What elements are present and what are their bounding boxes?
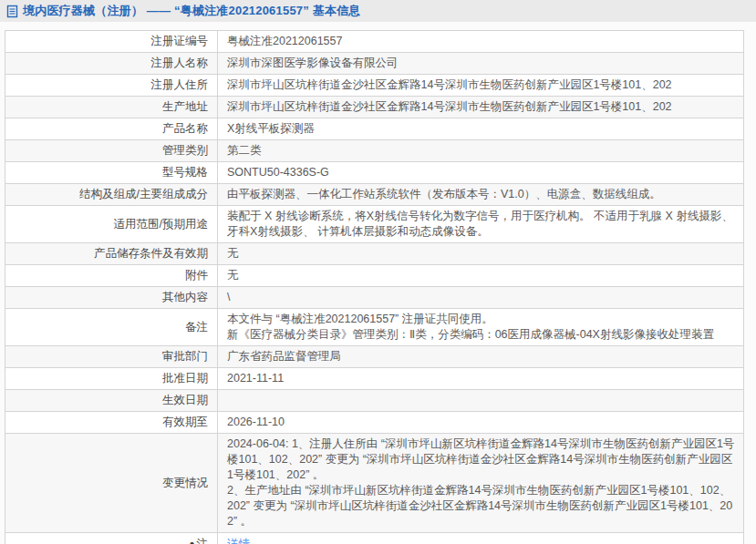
row-label: 注册证编号 bbox=[5, 31, 218, 53]
note-icon: ● bbox=[189, 536, 194, 544]
table-row: 管理类别 第二类 bbox=[5, 140, 744, 162]
table-row: 其他内容 \ bbox=[5, 287, 744, 309]
row-label: 生产地址 bbox=[5, 97, 218, 118]
change-record-line-1: 2024-06-04: 1、注册人住所由 “深圳市坪山新区坑梓街道金辉路14号深… bbox=[227, 436, 736, 483]
row-label: 审批部门 bbox=[5, 346, 218, 368]
table-row: 变更情况 2024-06-04: 1、注册人住所由 “深圳市坪山新区坑梓街道金辉… bbox=[5, 434, 744, 533]
row-value: 2021-11-11 bbox=[218, 368, 744, 390]
row-value: 由平板探测器、一体化工作站系统软件（发布版本号：V1.0）、电源盒、数据线组成。 bbox=[218, 184, 744, 206]
row-value: SONTU50-4336S-G bbox=[218, 162, 744, 184]
row-value: 装配于 X 射线诊断系统，将X射线信号转化为数字信号，用于医疗机构。 不适用于乳… bbox=[218, 206, 744, 243]
page-header: 境内医疗器械（注册） —— “粤械注准20212061557” 基本信息 bbox=[0, 0, 756, 22]
row-value bbox=[218, 390, 744, 412]
row-value: 第二类 bbox=[218, 140, 744, 162]
table-row: 有效期至 2026-11-10 bbox=[5, 412, 744, 434]
table-row: 批准日期 2021-11-11 bbox=[5, 368, 744, 390]
row-value: 本文件与 “粤械注准20212061557” 注册证共同使用。 新《医疗器械分类… bbox=[218, 309, 744, 346]
table-row: 注册人住所 深圳市坪山区坑梓街道金沙社区金辉路14号深圳市生物医药创新产业园区1… bbox=[5, 75, 744, 97]
row-label: 附件 bbox=[5, 265, 218, 287]
table-row: 适用范围/预期用途 装配于 X 射线诊断系统，将X射线信号转化为数字信号，用于医… bbox=[5, 206, 744, 243]
table-row: 型号规格 SONTU50-4336S-G bbox=[5, 162, 744, 184]
row-label: 批准日期 bbox=[5, 368, 218, 390]
row-value: 粤械注准20212061557 bbox=[218, 31, 744, 53]
registration-info-table: 注册证编号 粤械注准20212061557 注册人名称 深圳市深图医学影像设备有… bbox=[5, 30, 744, 544]
row-label: 变更情况 bbox=[5, 434, 218, 533]
row-label: 产品名称 bbox=[5, 118, 218, 140]
row-value: 广东省药品监督管理局 bbox=[218, 346, 744, 368]
table-row: 注册证编号 粤械注准20212061557 bbox=[5, 31, 744, 53]
row-value: X射线平板探测器 bbox=[218, 118, 744, 140]
details-link[interactable]: 详情 bbox=[227, 538, 250, 544]
row-label: 型号规格 bbox=[5, 162, 218, 184]
table-row: 附件 无 bbox=[5, 265, 744, 287]
row-label: 其他内容 bbox=[5, 287, 218, 309]
row-label: ●注 bbox=[5, 533, 218, 544]
table-row: 生效日期 bbox=[5, 390, 744, 412]
table-row: 产品名称 X射线平板探测器 bbox=[5, 118, 744, 140]
row-label: 适用范围/预期用途 bbox=[5, 206, 218, 243]
row-label: 生效日期 bbox=[5, 390, 218, 412]
remark-line-2: 新《医疗器械分类目录》管理类别：Ⅱ类，分类编码：06医用成像器械-04X射线影像… bbox=[227, 327, 736, 343]
row-value: 深圳市深图医学影像设备有限公司 bbox=[218, 53, 744, 75]
row-label: 备注 bbox=[5, 309, 218, 346]
document-icon bbox=[6, 5, 18, 18]
table-row: 结构及组成/主要组成成分 由平板探测器、一体化工作站系统软件（发布版本号：V1.… bbox=[5, 184, 744, 206]
row-value: 2024-06-04: 1、注册人住所由 “深圳市坪山新区坑梓街道金辉路14号深… bbox=[218, 434, 744, 533]
row-label: 结构及组成/主要组成成分 bbox=[5, 184, 218, 206]
row-label: 产品储存条件及有效期 bbox=[5, 243, 218, 265]
table-row: 备注 本文件与 “粤械注准20212061557” 注册证共同使用。 新《医疗器… bbox=[5, 309, 744, 346]
row-value: 深圳市坪山区坑梓街道金沙社区金辉路14号深圳市生物医药创新产业园区1号楼101、… bbox=[218, 75, 744, 97]
row-value: 无 bbox=[218, 243, 744, 265]
change-record-line-2: 2、生产地址由 “深圳市坪山新区坑梓街道金辉路14号深圳市生物医药创新产业园区1… bbox=[227, 483, 736, 529]
table-row: ●注 详情 bbox=[5, 533, 744, 544]
row-value: 2026-11-10 bbox=[218, 412, 744, 434]
note-label: 注 bbox=[197, 538, 209, 544]
row-label: 有效期至 bbox=[5, 412, 218, 434]
table-row: 产品储存条件及有效期 无 bbox=[5, 243, 744, 265]
row-value: 详情 bbox=[218, 533, 744, 544]
page-title: 境内医疗器械（注册） —— “粤械注准20212061557” 基本信息 bbox=[23, 3, 361, 19]
table-row: 审批部门 广东省药品监督管理局 bbox=[5, 346, 744, 368]
row-label: 管理类别 bbox=[5, 140, 218, 162]
table-row: 生产地址 深圳市坪山区坑梓街道金沙社区金辉路14号深圳市生物医药创新产业园区1号… bbox=[5, 97, 744, 118]
row-value: 深圳市坪山区坑梓街道金沙社区金辉路14号深圳市生物医药创新产业园区1号楼101、… bbox=[218, 97, 744, 118]
remark-line-1: 本文件与 “粤械注准20212061557” 注册证共同使用。 bbox=[227, 312, 736, 327]
table-row: 注册人名称 深圳市深图医学影像设备有限公司 bbox=[5, 53, 744, 75]
row-label: 注册人名称 bbox=[5, 53, 218, 75]
row-label: 注册人住所 bbox=[5, 75, 218, 97]
row-value: \ bbox=[218, 287, 744, 309]
row-value: 无 bbox=[218, 265, 744, 287]
